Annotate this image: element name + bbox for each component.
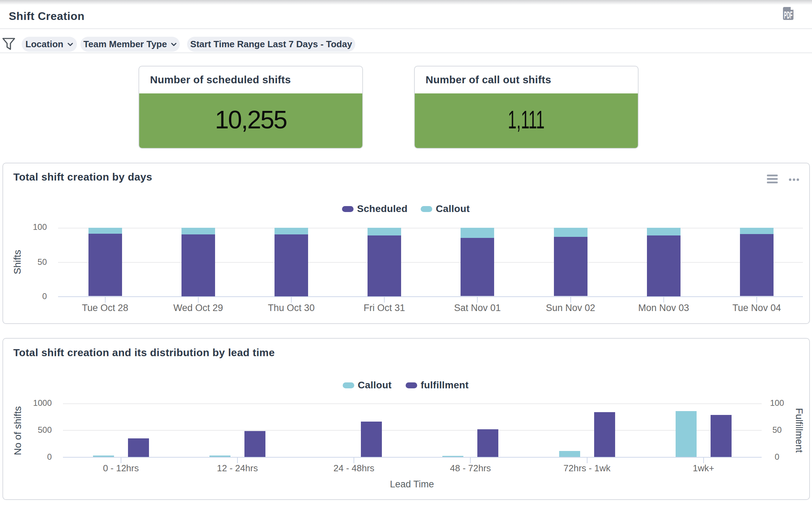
svg-text:PDF: PDF xyxy=(784,9,792,20)
